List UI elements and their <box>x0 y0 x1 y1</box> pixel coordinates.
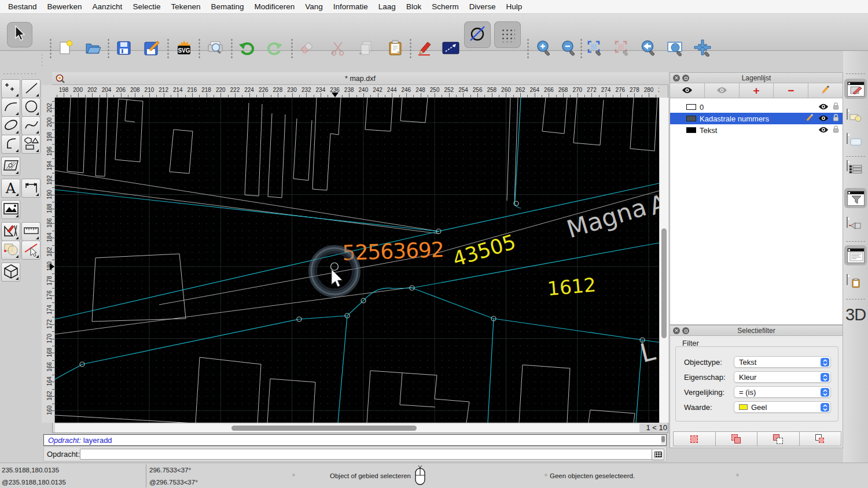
layer-row-tekst[interactable]: Tekst <box>670 124 843 136</box>
zoom-selection-icon <box>613 39 631 59</box>
menu-hulp[interactable]: Hulp <box>506 2 522 11</box>
layer-visible-icon[interactable] <box>818 125 829 135</box>
new-file-button[interactable] <box>56 39 75 59</box>
layer-lock-icon[interactable] <box>833 125 839 135</box>
zoom-previous-button[interactable] <box>639 39 659 59</box>
text-tool-button[interactable]: A <box>1 179 20 198</box>
ellipse-tool-button[interactable] <box>1 116 20 135</box>
drawing-canvas[interactable]: 52563692 43505 1612 Magna A L <box>55 98 659 423</box>
point-tool-button[interactable] <box>1 79 20 98</box>
polyline-tool-button[interactable] <box>1 135 20 154</box>
toggle-layer-list[interactable] <box>847 161 865 176</box>
waarde-select[interactable]: Geel <box>734 401 831 413</box>
remove-from-selection-button[interactable] <box>757 431 800 446</box>
zoom-in-button[interactable] <box>534 39 554 59</box>
layer-visible-icon[interactable] <box>818 102 829 112</box>
copy-button[interactable]: + <box>356 39 376 59</box>
grid-toggle-button[interactable] <box>494 21 521 48</box>
undo-button[interactable] <box>237 39 257 59</box>
hatch-tool-button[interactable] <box>1 157 20 176</box>
canvas-vertical-scrollbar[interactable] <box>659 98 668 423</box>
property-pencil-button[interactable] <box>414 39 434 59</box>
hscroll-thumb[interactable] <box>231 426 417 431</box>
layer-lock-icon[interactable] <box>833 102 839 112</box>
spline-tool-button[interactable] <box>21 116 41 135</box>
eigenschap-select[interactable]: Kleur <box>734 371 831 383</box>
boolean-tool-button[interactable] <box>1 241 20 260</box>
menu-informatie[interactable]: Informatie <box>333 2 368 11</box>
line-tool-button[interactable] <box>21 79 41 98</box>
objecttype-select[interactable]: Tekst <box>734 356 831 368</box>
coordinate-relative: @235.9188,180.0135 <box>2 479 66 486</box>
menu-aanzicht[interactable]: Aanzicht <box>93 2 123 11</box>
toggle-property-editor[interactable] <box>844 79 867 99</box>
menu-diverse[interactable]: Diverse <box>469 2 496 11</box>
zoom-out-button[interactable] <box>559 39 579 59</box>
add-to-selection-button[interactable] <box>715 431 758 446</box>
toggle-block-list[interactable] <box>847 109 865 125</box>
zoom-window-button[interactable] <box>665 39 685 59</box>
select-tool-button[interactable] <box>7 22 32 47</box>
menu-bewerken[interactable]: Bewerken <box>47 2 82 11</box>
filter-panel-titlebar[interactable]: ✕ Selectiefilter <box>670 326 843 336</box>
circle-tool-button[interactable] <box>21 98 41 117</box>
isometric-tool-button[interactable] <box>1 263 20 282</box>
toggle-library-browser[interactable] <box>847 134 865 149</box>
vscroll-thumb[interactable] <box>661 228 667 338</box>
layer-row-kadastrale-nummers[interactable]: Kadastrale nummers <box>670 113 843 124</box>
construction-circle-button[interactable] <box>464 21 491 48</box>
history-scrollbar[interactable] <box>661 435 665 445</box>
menu-bestand[interactable]: Bestand <box>8 2 37 11</box>
intersect-selection-button[interactable] <box>799 431 842 446</box>
open-file-button[interactable] <box>83 39 103 59</box>
show-all-layers-button[interactable] <box>670 83 705 98</box>
pan-button[interactable] <box>693 39 712 59</box>
edit-layer-button[interactable] <box>808 83 843 98</box>
palette-drag-handle[interactable] <box>2 73 38 75</box>
print-preview-button[interactable] <box>205 39 225 59</box>
measure-tool-button[interactable] <box>21 222 41 241</box>
layer-visible-icon[interactable] <box>818 113 829 124</box>
select-matching-button[interactable] <box>673 431 716 446</box>
menu-laag[interactable]: Laag <box>378 2 396 11</box>
remove-layer-button[interactable]: − <box>774 83 808 98</box>
keyboard-toggle-button[interactable] <box>652 449 664 460</box>
menu-blok[interactable]: Blok <box>406 2 421 11</box>
redo-button[interactable] <box>264 39 284 59</box>
svg-export-button[interactable]: SVG <box>174 39 194 59</box>
distance-measure-button[interactable] <box>441 39 461 59</box>
layer-panel-titlebar[interactable]: ✕ Lagenlijst <box>670 73 843 83</box>
vergelijking-select[interactable]: = (is) <box>734 386 831 398</box>
toggle-selection-filter[interactable] <box>844 188 867 208</box>
shape-tool-button[interactable] <box>21 135 41 154</box>
save-as-button[interactable] <box>142 39 161 59</box>
add-layer-button[interactable]: + <box>740 83 774 98</box>
menu-tekenen[interactable]: Tekenen <box>171 2 200 11</box>
paste-button[interactable] <box>385 39 405 59</box>
menu-scherm[interactable]: Scherm <box>432 2 459 11</box>
command-input[interactable] <box>80 449 653 460</box>
toggle-command-history[interactable] <box>844 245 867 265</box>
save-button[interactable] <box>114 39 134 59</box>
toggle-viewport[interactable] <box>847 217 865 233</box>
menu-bemating[interactable]: Bemating <box>211 2 244 11</box>
image-tool-button[interactable] <box>1 200 20 219</box>
erase-button[interactable] <box>297 39 317 59</box>
menu-vang[interactable]: Vang <box>305 2 323 11</box>
zoom-auto-button[interactable] <box>585 39 605 59</box>
menu-modificeren[interactable]: Modificeren <box>255 2 295 11</box>
document-title-bar[interactable]: * map.dxf <box>52 72 668 85</box>
dimension-tool-button[interactable] <box>21 179 41 198</box>
3d-mode-label[interactable]: 3D <box>845 305 866 324</box>
layer-row-0[interactable]: 0 <box>670 101 843 113</box>
modify-tools-button[interactable] <box>1 222 20 241</box>
menu-selectie[interactable]: Selectie <box>133 2 160 11</box>
layer-lock-icon[interactable] <box>833 113 839 124</box>
select-entity-tool-button[interactable] <box>21 241 41 260</box>
toggle-clipboard-panel[interactable] <box>847 275 865 290</box>
zoom-selection-button[interactable] <box>612 39 632 59</box>
cut-button[interactable]: + <box>328 39 347 59</box>
arc-tool-button[interactable] <box>1 98 20 117</box>
canvas-horizontal-scrollbar[interactable] <box>55 424 639 432</box>
hide-all-layers-button[interactable] <box>705 83 740 98</box>
